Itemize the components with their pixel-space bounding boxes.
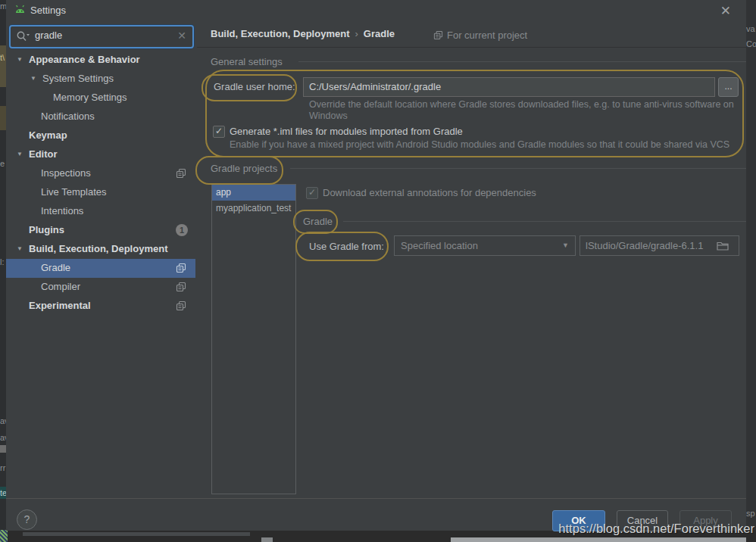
download-annotations-checkbox[interactable]: ✓ — [306, 187, 318, 199]
user-home-help-line1: Override the default location where Grad… — [309, 99, 734, 110]
list-item-app[interactable]: app — [212, 185, 295, 201]
user-home-help-line2: Windows — [309, 111, 348, 121]
sidebar-item-label: Experimental — [29, 300, 91, 311]
android-icon — [14, 5, 27, 17]
sidebar-item-notifications[interactable]: Notifications — [6, 107, 195, 126]
background-text-fragment: e — [0, 159, 5, 168]
project-level-icon — [176, 301, 186, 311]
gradle-location-field[interactable]: lStudio/Gradle/gradle-6.1.1 — [579, 235, 739, 256]
background-text-fragment: av — [0, 433, 6, 442]
background-text-fragment: l: — [0, 257, 5, 266]
sidebar-item-label: Memory Settings — [53, 92, 127, 103]
use-gradle-from-label: Use Gradle from: — [309, 241, 384, 252]
clear-search-icon[interactable]: ✕ — [177, 30, 186, 42]
background-text-fragment: Co — [746, 39, 756, 48]
scope-indicator: For current project — [433, 30, 527, 41]
sidebar-item-label: Intentions — [41, 205, 83, 216]
project-level-icon — [176, 282, 186, 292]
sidebar-item-label: Gradle — [41, 262, 70, 273]
background-text-fragment: m — [0, 2, 6, 11]
background-text-fragment: sp — [746, 509, 755, 518]
sidebar-item-inspections[interactable]: Inspections — [6, 164, 195, 183]
background-block — [261, 537, 273, 542]
generate-iml-checkbox[interactable]: ✓ — [213, 126, 225, 138]
close-icon[interactable]: ✕ — [720, 3, 731, 19]
sidebar-item-gradle[interactable]: Gradle — [6, 259, 195, 278]
chevron-down-icon[interactable]: ▼ — [17, 56, 23, 63]
sidebar-item-system-settings[interactable]: ▼ System Settings — [6, 70, 195, 89]
background-block — [23, 532, 250, 536]
sidebar-item-editor[interactable]: ▼ Editor — [6, 145, 195, 164]
sidebar-item-memory-settings[interactable]: Memory Settings — [6, 89, 195, 107]
sidebar-item-label: Plugins — [29, 224, 64, 235]
background-block — [0, 106, 6, 130]
help-button[interactable]: ? — [17, 509, 37, 530]
generate-iml-help: Enable if you have a mixed project with … — [230, 139, 729, 150]
browse-button[interactable]: ... — [718, 77, 739, 97]
chevron-down-icon[interactable]: ▼ — [30, 75, 36, 82]
sidebar-item-appearance-behavior[interactable]: ▼ Appearance & Behavior — [6, 51, 195, 70]
scope-label: For current project — [447, 30, 527, 41]
background-left-strip: m t\ e l: av av rr te — [0, 0, 6, 542]
sidebar-item-label: Notifications — [41, 111, 95, 122]
sidebar-item-label: Compiler — [41, 281, 80, 292]
breadcrumb-section[interactable]: Build, Execution, Deployment — [211, 28, 349, 39]
settings-search-box[interactable]: gradle ✕ — [9, 25, 194, 48]
sidebar-item-keymap[interactable]: Keymap — [6, 126, 195, 145]
gradle-projects-list[interactable]: app myapplication_test — [211, 184, 296, 494]
sidebar-item-label: Appearance & Behavior — [29, 54, 140, 65]
divider — [343, 221, 746, 222]
project-level-icon — [176, 168, 186, 179]
search-icon — [16, 30, 31, 42]
divider — [298, 61, 746, 62]
project-level-icon — [433, 30, 443, 40]
dropdown-selected-value: Specified location — [401, 240, 478, 251]
search-input[interactable]: gradle — [35, 30, 62, 41]
sidebar-item-plugins[interactable]: Plugins 1 — [6, 221, 195, 240]
breadcrumb-page: Gradle — [364, 28, 395, 39]
sidebar-item-label: Keymap — [29, 129, 67, 141]
chevron-down-icon: ▼ — [562, 236, 569, 255]
section-title-gradle-projects: Gradle projects — [211, 163, 277, 174]
background-text-fragment: av — [0, 416, 6, 425]
plugins-count-badge: 1 — [176, 224, 188, 236]
background-text-fragment: te — [0, 488, 6, 497]
sidebar-item-compiler[interactable]: Compiler — [6, 278, 195, 297]
sidebar-item-experimental[interactable]: Experimental — [6, 297, 195, 316]
screenshot-root: m t\ e l: av av rr te va Co sp Set — [0, 0, 756, 542]
generate-iml-label[interactable]: Generate *.iml files for modules importe… — [230, 126, 463, 137]
sidebar-item-live-templates[interactable]: Live Templates — [6, 183, 195, 202]
settings-dialog: Settings ✕ gradle ✕ ▼ Appearance & Behav… — [6, 0, 746, 530]
background-noise-block — [0, 530, 8, 542]
section-title-general-settings: General settings — [211, 56, 283, 67]
gradle-user-home-label: Gradle user home: — [214, 81, 295, 92]
window-title: Settings — [30, 5, 66, 16]
background-block — [0, 45, 6, 87]
title-bar: Settings ✕ — [6, 0, 746, 21]
section-title-gradle: Gradle — [303, 216, 333, 227]
background-text-fragment: va — [746, 24, 755, 33]
project-level-icon — [176, 263, 186, 273]
gradle-user-home-field[interactable]: C:/Users/Administrator/.gradle — [303, 77, 715, 97]
sidebar-item-label: System Settings — [42, 73, 114, 84]
sidebar-item-label: Live Templates — [41, 186, 106, 198]
use-gradle-from-dropdown[interactable]: Specified location ▼ — [394, 235, 576, 256]
breadcrumb: Build, Execution, Deployment›Gradle — [211, 28, 395, 39]
chevron-down-icon[interactable]: ▼ — [17, 151, 23, 157]
breadcrumb-separator-icon: › — [349, 28, 363, 39]
sidebar-item-label: Build, Execution, Deployment — [29, 243, 167, 254]
sidebar-item-label: Inspections — [41, 167, 91, 179]
folder-icon — [717, 241, 729, 251]
background-block — [0, 445, 6, 453]
download-annotations-label[interactable]: Download external annotations for depend… — [323, 187, 536, 198]
list-item-myapplication-test[interactable]: myapplication_test — [212, 201, 295, 216]
sidebar-item-build-execution-deployment[interactable]: ▼ Build, Execution, Deployment — [6, 240, 195, 259]
background-statusbar-block — [451, 537, 746, 542]
watermark: https://blog.csdn.net/Foreverthinker — [558, 522, 754, 536]
background-right-strip: va Co sp — [746, 0, 756, 542]
chevron-down-icon[interactable]: ▼ — [17, 245, 23, 252]
divider — [290, 168, 746, 169]
sidebar-item-intentions[interactable]: Intentions — [6, 202, 195, 221]
background-text-fragment: t\ — [0, 53, 5, 62]
sidebar-item-label: Editor — [29, 148, 58, 160]
